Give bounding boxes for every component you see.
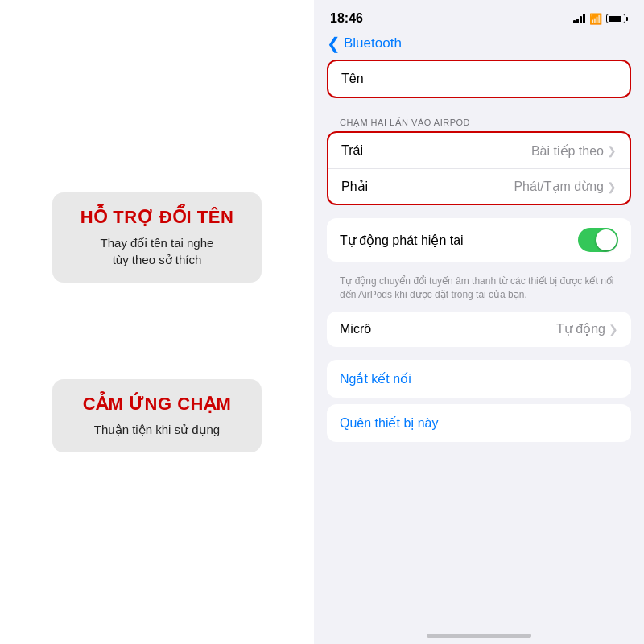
microphone-row[interactable]: Micrô Tự động ❯: [327, 312, 631, 347]
auto-detect-label: Tự động phát hiện tai: [340, 233, 464, 248]
auto-detect-toggle[interactable]: [578, 228, 618, 252]
right-label: Phải: [341, 179, 368, 194]
name-label: Tên: [341, 72, 364, 86]
auto-detect-row[interactable]: Tự động phát hiện tai: [327, 218, 631, 262]
left-airpod-row[interactable]: Trái Bài tiếp theo ❯: [328, 133, 630, 168]
rename-desc: Thay đổi tên tai nghetùy theo sở thích: [72, 234, 242, 268]
status-bar: 18:46 📶: [314, 0, 644, 31]
left-value: Bài tiếp theo ❯: [531, 143, 617, 159]
signal-icon: [573, 14, 585, 23]
right-chevron-icon: ❯: [607, 180, 617, 193]
time-display: 18:46: [330, 11, 363, 26]
left-panel: HỖ TRỢ ĐỔI TÊN Thay đổi tên tai nghetùy …: [0, 0, 314, 644]
settings-content: Tên CHẠM HAI LẦN VÀO AIRPOD Trái Bài tiế…: [314, 60, 644, 448]
right-value: Phát/Tạm dừng ❯: [514, 179, 617, 194]
wifi-icon: 📶: [589, 13, 602, 25]
battery-icon: [606, 14, 628, 23]
name-row[interactable]: Tên: [328, 61, 630, 97]
home-indicator: [427, 634, 531, 638]
left-label: Trái: [341, 143, 363, 158]
microphone-card: Micrô Tự động ❯: [327, 312, 631, 347]
navigation-bar: ❮ Bluetooth: [314, 31, 644, 60]
toggle-knob: [596, 229, 617, 250]
forget-row[interactable]: Quên thiết bị này: [327, 404, 631, 442]
double-tap-card: Trái Bài tiếp theo ❯ Phải Phát/Tạm dừng …: [327, 131, 631, 205]
auto-detect-card: Tự động phát hiện tai: [327, 218, 631, 262]
status-icons: 📶: [573, 13, 628, 25]
rename-title: HỖ TRỢ ĐỔI TÊN: [72, 207, 242, 228]
touch-desc: Thuận tiện khi sử dụng: [72, 421, 242, 438]
touch-info-box: CẢM ỨNG CHẠM Thuận tiện khi sử dụng: [52, 379, 262, 452]
double-tap-header: CHẠM HAI LẦN VÀO AIRPOD: [327, 111, 631, 131]
disconnect-card: Ngắt kết nối: [327, 360, 631, 398]
forget-card: Quên thiết bị này: [327, 404, 631, 442]
back-chevron-icon: ❮: [327, 34, 341, 53]
mic-label: Micrô: [340, 322, 371, 336]
back-label: Bluetooth: [344, 35, 402, 52]
auto-detect-description: Tự động chuyển đổi tuyến âm thanh từ các…: [327, 275, 631, 312]
disconnect-row[interactable]: Ngắt kết nối: [327, 360, 631, 398]
double-tap-section: CHẠM HAI LẦN VÀO AIRPOD Trái Bài tiếp th…: [327, 111, 631, 205]
mic-value: Tự động ❯: [556, 321, 618, 336]
back-button[interactable]: ❮ Bluetooth: [327, 34, 402, 53]
rename-info-box: HỖ TRỢ ĐỔI TÊN Thay đổi tên tai nghetùy …: [52, 192, 262, 283]
left-chevron-icon: ❯: [607, 144, 617, 157]
mic-chevron-icon: ❯: [609, 323, 618, 336]
ios-screen: 18:46 📶 ❮ Bluetooth Tên: [314, 0, 644, 644]
right-airpod-row[interactable]: Phải Phát/Tạm dừng ❯: [328, 168, 630, 204]
touch-title: CẢM ỨNG CHẠM: [72, 394, 242, 415]
name-card: Tên: [327, 60, 631, 98]
